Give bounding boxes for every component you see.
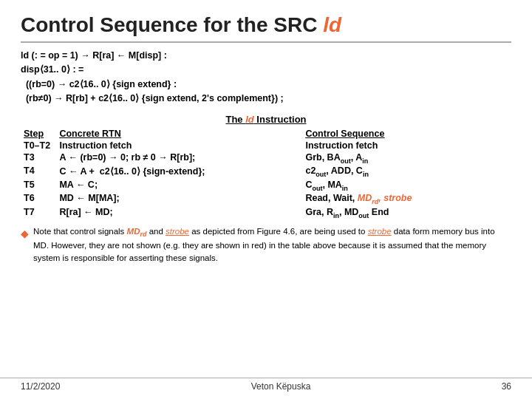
mdrd-strobe: MDrd, strobe (358, 193, 412, 203)
header-control: Control Sequence (302, 128, 511, 140)
page-title: Control Sequence for the SRC ld (21, 13, 511, 43)
table-header-row: Step Concrete RTN Control Sequence (21, 128, 511, 140)
concrete-t0t2: Instruction fetch (56, 140, 302, 151)
step-t5: T5 (21, 179, 56, 193)
concrete-t4: C ← A + c2⟨16.. 0⟩ {sign-extend}; (56, 165, 302, 179)
strobe-ref2: strobe (368, 227, 392, 236)
control-t4: c2out, ADD, Cin (302, 165, 511, 179)
concrete-t3: A ← (rb=0) → 0; rb ≠ 0 → R[rb]; (56, 151, 302, 166)
instruction-title: The ld Instruction (21, 114, 511, 125)
steps-table: Step Concrete RTN Control Sequence T0–T2… (21, 128, 511, 220)
header-step: Step (21, 128, 56, 140)
table-row: T4 C ← A + c2⟨16.. 0⟩ {sign-extend}; c2o… (21, 165, 511, 179)
instruction-title-suffix: Instruction (254, 114, 307, 125)
footer-author: Veton Këpuska (251, 381, 311, 392)
step-t6: T6 (21, 192, 56, 206)
description: ld (: = op = 1) → R[ra] ← M[disp] : disp… (21, 49, 511, 106)
note-text: Note that control signals MDrd and strob… (33, 225, 511, 265)
concrete-t7: R[ra] ← MD; (56, 206, 302, 220)
step-t3: T3 (21, 151, 56, 166)
step-t0t2: T0–T2 (21, 140, 56, 151)
bullet-icon: ◆ (21, 226, 29, 241)
control-t0t2: Instruction fetch (302, 140, 511, 151)
table-row: T0–T2 Instruction fetch Instruction fetc… (21, 140, 511, 151)
slide: Control Sequence for the SRC ld ld (: = … (0, 0, 532, 399)
footer: 11/2/2020 Veton Këpuska 36 (0, 378, 532, 392)
instruction-section: The ld Instruction Step Concrete RTN Con… (21, 114, 511, 220)
concrete-t6: MD ← M[MA]; (56, 192, 302, 206)
desc-line4: (rb≠0) → R[rb] + c2⟨16.. 0⟩ {sign extend… (21, 92, 511, 106)
table-row: T5 MA ← C; Cout, MAin (21, 179, 511, 193)
header-concrete: Concrete RTN (56, 128, 302, 140)
control-t3: Grb, BAout, Ain (302, 151, 511, 166)
instruction-title-prefix: The (225, 114, 245, 125)
control-t5: Cout, MAin (302, 179, 511, 193)
desc-line2: disp⟨31.. 0⟩ : = (21, 63, 511, 77)
title-highlight: ld (323, 13, 341, 36)
control-t6: Read, Wait, MDrd, strobe (302, 192, 511, 206)
title-prefix: Control Sequence for the SRC (21, 13, 323, 36)
step-t7: T7 (21, 206, 56, 220)
concrete-t5: MA ← C; (56, 179, 302, 193)
table-row: T3 A ← (rb=0) → 0; rb ≠ 0 → R[rb]; Grb, … (21, 151, 511, 166)
table-row: T6 MD ← M[MA]; Read, Wait, MDrd, strobe (21, 192, 511, 206)
table-row: T7 R[ra] ← MD; Gra, Rin, MDout End (21, 206, 511, 220)
instruction-title-ld: ld (245, 114, 254, 125)
desc-line1: ld (: = op = 1) → R[ra] ← M[disp] : (21, 49, 511, 63)
note-section: ◆ Note that control signals MDrd and str… (21, 225, 511, 265)
step-t4: T4 (21, 165, 56, 179)
mdrd-ref: MDrd (127, 227, 147, 236)
strobe-ref: strobe (166, 227, 189, 236)
control-t7: Gra, Rin, MDout End (302, 206, 511, 220)
footer-page: 36 (502, 381, 511, 392)
desc-line3: ((rb=0) → c2⟨16.. 0⟩ {sign extend} : (21, 78, 511, 92)
footer-date: 11/2/2020 (21, 381, 60, 392)
